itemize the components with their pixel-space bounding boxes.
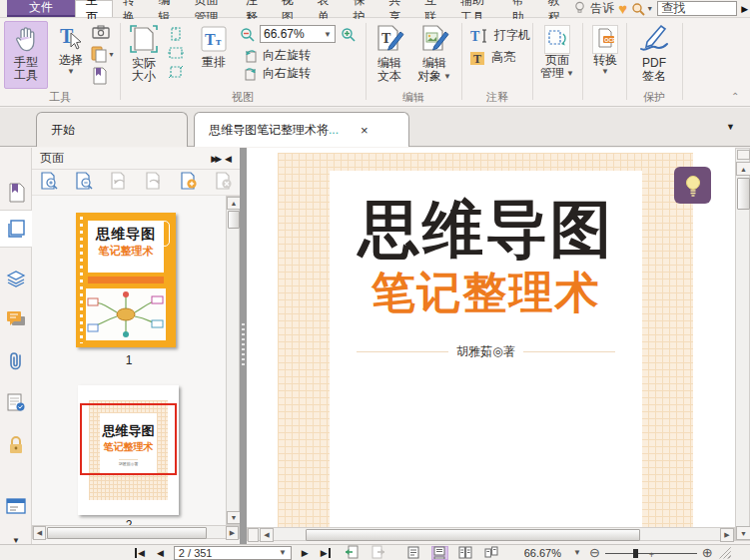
hscroll-corner-box[interactable] <box>248 528 259 542</box>
tab-close-icon[interactable]: × <box>361 123 369 138</box>
panel-splitter[interactable] <box>240 148 247 544</box>
first-page-icon[interactable]: ◀ <box>135 548 145 558</box>
doc-scroll-right-icon[interactable]: ▶ <box>720 528 734 542</box>
page-management-button[interactable]: 页面 管理▼ <box>536 23 578 87</box>
doc-scroll-left-icon[interactable]: ◀ <box>260 528 274 542</box>
doc-scrollbar-thumb[interactable] <box>737 178 750 210</box>
doc-horizontal-scrollbar[interactable]: ◀ ▶ <box>247 527 735 541</box>
security-panel-icon[interactable] <box>5 434 27 456</box>
next-page-icon[interactable]: ▶ <box>302 548 309 558</box>
assistant-bulb-button[interactable] <box>674 167 711 204</box>
previous-page-icon[interactable]: ◀ <box>157 548 164 558</box>
edit-text-button[interactable]: T 编辑 文本 <box>370 23 409 87</box>
previous-view-icon[interactable] <box>345 545 361 560</box>
ribbon-tab-help[interactable]: 帮助 <box>502 0 538 17</box>
panel-hscrollbar-thumb[interactable] <box>47 527 207 539</box>
ribbon-tab-accessibility[interactable]: 辅助工具 <box>450 0 502 17</box>
ribbon-tab-convert[interactable]: 转换 <box>113 0 149 17</box>
ribbon-tab-home[interactable]: 主页 <box>75 0 113 17</box>
ribbon-tab-form[interactable]: 表单 <box>308 0 344 17</box>
document-view[interactable]: 思维导图 笔记整理术 胡雅茹◎著 <box>247 148 735 527</box>
bookmarks-panel-icon[interactable] <box>5 182 27 204</box>
reflow-button[interactable]: Tт 重排 <box>194 23 234 87</box>
ribbon-tab-protect[interactable]: 保护 <box>344 0 379 17</box>
actual-size-button[interactable]: 实际 大小 <box>124 23 164 87</box>
continuous-view-icon[interactable] <box>431 546 448 560</box>
thumb-zoom-out-icon[interactable] <box>75 172 93 193</box>
tab-list-caret-icon[interactable]: ▼ <box>726 122 735 132</box>
panel-collapse-icon[interactable]: ◀ <box>225 154 232 164</box>
continuous-facing-view-icon[interactable] <box>483 546 500 560</box>
fit-width-button[interactable] <box>168 46 184 63</box>
ribbon-tab-share[interactable]: 共享 <box>378 0 414 17</box>
thumb-rotate-right-icon[interactable] <box>145 172 163 193</box>
panel-scroll-left-icon[interactable]: ◀ <box>33 526 46 540</box>
signatures-panel-icon[interactable] <box>5 391 27 413</box>
snapshot-button[interactable] <box>92 25 110 42</box>
fields-panel-icon[interactable] <box>5 495 27 517</box>
file-menu-button[interactable]: 文件 <box>7 0 75 17</box>
fit-visible-button[interactable] <box>168 65 184 82</box>
panel-scrollbar-thumb[interactable] <box>228 211 240 229</box>
zoom-out-icon[interactable] <box>240 27 256 46</box>
ribbon-tab-organize[interactable]: 页面管理 <box>184 0 236 17</box>
rotate-left-button[interactable]: 向左旋转 <box>243 47 311 64</box>
ribbon-tab-tutorial[interactable]: 教程 <box>537 0 573 17</box>
clipboard-button[interactable]: ▼ <box>90 45 115 63</box>
tell-me-label[interactable]: 告诉 <box>590 0 614 17</box>
splitter-handle[interactable] <box>242 323 245 367</box>
status-zoom-in-icon[interactable]: ⊕ <box>702 545 713 560</box>
zoom-slider[interactable]: + <box>605 546 697 560</box>
zoom-in-icon[interactable] <box>341 27 357 46</box>
layers-panel-icon[interactable] <box>5 268 27 289</box>
ribbon-tab-view[interactable]: 视图 <box>272 0 308 17</box>
page-number-combobox[interactable]: 2 / 351▼ <box>174 546 292 560</box>
zoom-level-combobox[interactable]: 66.67%▼ <box>260 25 336 43</box>
tab-start[interactable]: 开始 <box>36 112 188 147</box>
ribbon-tab-comment[interactable]: 注释 <box>236 0 272 17</box>
find-next-icon[interactable]: ▶ <box>741 4 748 14</box>
status-zoom-caret-icon[interactable]: ▼ <box>573 548 581 557</box>
search-scope-icon[interactable]: ▼ <box>631 2 653 16</box>
select-tool-button[interactable]: T 选择 ▼ <box>52 23 90 87</box>
attachments-panel-icon[interactable] <box>5 350 27 372</box>
viewport-indicator-rect[interactable] <box>80 403 177 475</box>
rotate-right-button[interactable]: 向右旋转 <box>243 65 311 82</box>
highlight-button[interactable]: T 高亮 <box>469 49 515 66</box>
panel-scroll-down-icon[interactable]: ▼ <box>227 511 241 524</box>
bookmark-page-button[interactable] <box>92 67 108 88</box>
thumbnail-page-2[interactable]: 思维导图 笔记整理术 胡雅茹◎著 <box>78 385 179 515</box>
ribbon-tab-edit[interactable]: 编辑 <box>149 0 185 17</box>
favorite-heart-icon[interactable]: ♥ <box>618 1 627 16</box>
zoom-slider-knob[interactable] <box>633 549 638 558</box>
single-page-view-icon[interactable] <box>405 546 422 560</box>
thumb-rotate-left-icon[interactable] <box>110 172 128 193</box>
thumb-insert-page-icon[interactable] <box>180 172 198 193</box>
panel-scroll-right-icon[interactable]: ▶ <box>226 526 239 540</box>
find-input[interactable]: 查找 <box>657 1 737 16</box>
ribbon-tab-connect[interactable]: 互联 <box>414 0 450 17</box>
panel-expand-icon[interactable]: ▶▶ <box>211 154 219 164</box>
thumb-zoom-in-icon[interactable] <box>40 172 58 193</box>
thumbnail-page-1[interactable]: 思维导图 笔记整理术 <box>76 213 176 347</box>
comments-panel-icon[interactable] <box>5 308 27 330</box>
tip-bulb-icon[interactable] <box>573 1 586 17</box>
ribbon-collapse-icon[interactable]: ⌃ <box>731 91 739 102</box>
facing-view-icon[interactable] <box>457 546 474 560</box>
doc-hscrollbar-thumb[interactable] <box>306 529 640 541</box>
fit-page-button[interactable] <box>168 27 184 44</box>
status-zoom-out-icon[interactable]: ⊖ <box>589 545 600 560</box>
status-zoom-value[interactable]: 66.67% <box>524 547 561 559</box>
doc-scroll-down-icon[interactable]: ▼ <box>736 526 750 540</box>
doc-vertical-scrollbar[interactable]: ▲ ▼ <box>735 148 750 541</box>
panel-scroll-up-icon[interactable]: ▲ <box>227 197 241 210</box>
hand-tool-button[interactable]: 手型 工具 <box>4 21 48 89</box>
resize-grip[interactable] <box>719 547 731 559</box>
edit-object-button[interactable]: 编辑 对象▼ <box>413 23 455 87</box>
tab-document[interactable]: 思维导图笔记整理术将... × <box>194 112 409 147</box>
panel-vertical-scrollbar[interactable]: ▲ ▼ <box>226 196 240 525</box>
pages-panel-icon[interactable] <box>5 218 27 240</box>
doc-scroll-up-icon[interactable]: ▲ <box>736 162 750 176</box>
last-page-icon[interactable]: ▶ <box>321 548 331 558</box>
typewriter-button[interactable]: T 打字机 <box>469 27 530 44</box>
